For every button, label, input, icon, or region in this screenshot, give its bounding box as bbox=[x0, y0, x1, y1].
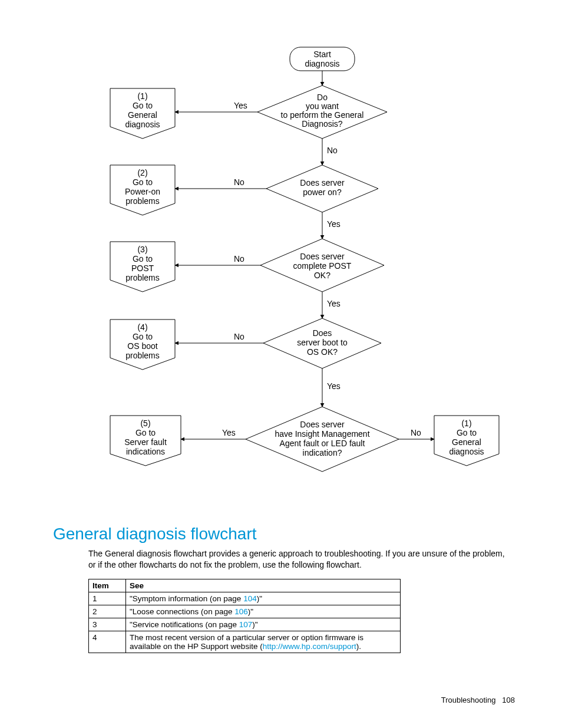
svg-text:Go to: Go to bbox=[133, 332, 153, 341]
edge-yes-4: Yes bbox=[327, 381, 340, 391]
svg-text:Go to: Go to bbox=[133, 177, 153, 187]
offpage-3: (3) Go to POST problems bbox=[110, 242, 175, 292]
svg-text:problems: problems bbox=[125, 196, 160, 206]
decision-1: Do you want to perform the General Diagn… bbox=[257, 85, 387, 139]
svg-text:OS OK?: OS OK? bbox=[307, 347, 338, 357]
svg-text:problems: problems bbox=[125, 273, 160, 282]
edge-no-4: No bbox=[234, 332, 244, 341]
offpage-right: (1) Go to General diagnosis bbox=[434, 416, 499, 466]
svg-text:Go to: Go to bbox=[133, 254, 153, 263]
svg-text:POST: POST bbox=[131, 263, 154, 273]
reference-table: Item See 1"Symptom information (on page … bbox=[88, 579, 401, 653]
section-body: The General diagnosis flowchart provides… bbox=[88, 548, 509, 571]
edge-no-2: No bbox=[234, 177, 244, 187]
offpage-1: (1) Go to General diagnosis bbox=[110, 88, 175, 139]
start-text: Start bbox=[313, 50, 331, 59]
svg-text:(5): (5) bbox=[140, 419, 150, 428]
table-row: 1"Symptom information (on page 104)" bbox=[89, 592, 401, 605]
svg-text:Go to: Go to bbox=[133, 101, 153, 110]
svg-text:Go to: Go to bbox=[457, 428, 477, 437]
svg-text:complete POST: complete POST bbox=[293, 261, 352, 271]
svg-text:(3): (3) bbox=[137, 245, 147, 254]
svg-text:Go to: Go to bbox=[135, 428, 156, 437]
page-link[interactable]: http://www.hp.com/support bbox=[263, 642, 356, 651]
svg-text:Power-on: Power-on bbox=[125, 187, 160, 196]
table-row: 3"Service notifications (on page 107)" bbox=[89, 618, 401, 631]
page-link[interactable]: 107 bbox=[239, 620, 253, 629]
svg-text:General: General bbox=[128, 110, 157, 120]
page-footer: Troubleshooting 108 bbox=[441, 696, 515, 704]
footer-page: 108 bbox=[502, 696, 515, 704]
svg-text:OK?: OK? bbox=[314, 271, 330, 280]
edge-yes-1: Yes bbox=[234, 101, 247, 110]
svg-text:diagnosis: diagnosis bbox=[125, 120, 160, 129]
svg-text:have Insight Management: have Insight Management bbox=[275, 429, 369, 439]
edge-yes-5: Yes bbox=[222, 428, 236, 437]
page-link[interactable]: 106 bbox=[234, 607, 248, 616]
svg-text:diagnosis: diagnosis bbox=[449, 447, 484, 456]
cell-see: "Loose connections (on page 106)" bbox=[126, 605, 401, 618]
svg-text:indications: indications bbox=[126, 447, 165, 456]
cell-item: 1 bbox=[89, 592, 126, 605]
svg-text:(4): (4) bbox=[137, 322, 147, 332]
edge-no-3: No bbox=[234, 254, 244, 263]
offpage-2: (2) Go to Power-on problems bbox=[110, 165, 175, 215]
svg-text:(1): (1) bbox=[137, 91, 147, 101]
diagnosis-flowchart: Start diagnosis Do you want to perform t… bbox=[57, 41, 505, 507]
svg-text:Does server: Does server bbox=[300, 420, 345, 429]
svg-text:to perform the General: to perform the General bbox=[281, 110, 364, 120]
svg-text:OS boot: OS boot bbox=[127, 341, 157, 351]
table-row: 2"Loose connections (on page 106)" bbox=[89, 605, 401, 618]
decision-3: Does server complete POST OK? bbox=[260, 239, 384, 292]
svg-text:(2): (2) bbox=[137, 168, 147, 177]
svg-text:General: General bbox=[452, 437, 481, 447]
cell-item: 3 bbox=[89, 618, 126, 631]
table-row: 4The most recent version of a particular… bbox=[89, 631, 401, 653]
svg-text:Diagnosis?: Diagnosis? bbox=[302, 119, 342, 129]
offpage-5: (5) Go to Server fault indications bbox=[110, 416, 181, 466]
col-see: See bbox=[126, 579, 401, 592]
svg-text:Does server: Does server bbox=[300, 178, 345, 187]
cell-see: The most recent version of a particular … bbox=[126, 631, 401, 653]
edge-yes-2: Yes bbox=[327, 219, 340, 229]
edge-no-5: No bbox=[411, 428, 421, 437]
edge-yes-3: Yes bbox=[327, 299, 340, 308]
svg-text:Agent fault or LED fault: Agent fault or LED fault bbox=[280, 439, 365, 448]
cell-item: 4 bbox=[89, 631, 126, 653]
page-link[interactable]: 104 bbox=[243, 594, 257, 603]
start-text-2: diagnosis bbox=[305, 59, 339, 68]
svg-text:(1): (1) bbox=[461, 419, 471, 428]
col-item: Item bbox=[89, 579, 126, 592]
section-title: General diagnosis flowchart bbox=[53, 525, 527, 543]
svg-text:problems: problems bbox=[125, 351, 160, 360]
cell-see: "Service notifications (on page 107)" bbox=[126, 618, 401, 631]
svg-text:you want: you want bbox=[306, 101, 339, 111]
footer-section: Troubleshooting bbox=[441, 696, 496, 704]
svg-text:Does: Does bbox=[313, 328, 332, 338]
decision-4: Does server boot to OS OK? bbox=[263, 318, 381, 368]
svg-text:Do: Do bbox=[317, 93, 328, 102]
cell-item: 2 bbox=[89, 605, 126, 618]
svg-text:Server fault: Server fault bbox=[124, 437, 167, 447]
decision-5: Does server have Insight Management Agen… bbox=[246, 407, 399, 472]
svg-text:server boot to: server boot to bbox=[297, 338, 348, 347]
edge-no-1: No bbox=[327, 146, 338, 155]
svg-text:power on?: power on? bbox=[303, 187, 342, 197]
svg-text:Does server: Does server bbox=[300, 252, 345, 261]
offpage-4: (4) Go to OS boot problems bbox=[110, 319, 175, 370]
svg-text:indication?: indication? bbox=[303, 448, 342, 457]
cell-see: "Symptom information (on page 104)" bbox=[126, 592, 401, 605]
decision-2: Does server power on? bbox=[266, 165, 378, 212]
start-node: Start diagnosis bbox=[290, 47, 355, 71]
